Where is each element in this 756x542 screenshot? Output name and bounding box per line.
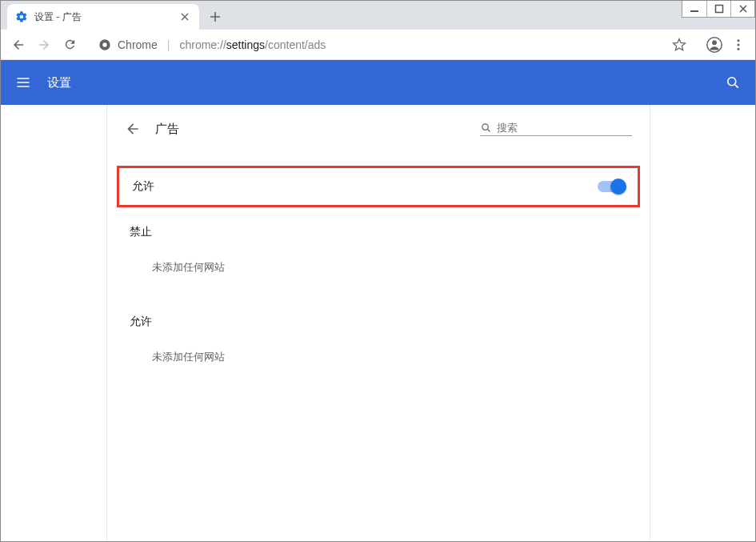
back-button[interactable] — [7, 34, 30, 56]
allow-ads-toggle[interactable] — [598, 181, 625, 192]
in-page-search[interactable] — [480, 122, 632, 136]
block-section-title: 禁止 — [130, 225, 627, 239]
allow-section-title: 允许 — [130, 315, 627, 329]
close-tab-button[interactable] — [178, 10, 191, 23]
svg-point-6 — [738, 39, 740, 42]
toggle-knob — [610, 179, 626, 195]
header-search-button[interactable] — [723, 73, 742, 92]
chrome-icon — [98, 38, 111, 51]
allow-ads-toggle-row: 允许 — [117, 166, 640, 207]
settings-content-card: 广告 允许 禁止 未添加任何网站 允许 未添加任何网站 — [106, 105, 650, 540]
profile-avatar-icon[interactable] — [704, 34, 725, 55]
omnibox-separator: | — [167, 38, 170, 51]
new-tab-button[interactable] — [204, 6, 226, 28]
bookmark-star-icon[interactable] — [672, 38, 686, 52]
content-scroll-area[interactable]: 广告 允许 禁止 未添加任何网站 允许 未添加任何网站 — [2, 105, 754, 540]
settings-header-title: 设置 — [47, 75, 723, 90]
minimize-button[interactable] — [682, 1, 706, 17]
in-page-search-input[interactable] — [497, 122, 632, 134]
browser-toolbar: Chrome | chrome://settings/content/ads — [1, 30, 755, 60]
allow-section: 允许 未添加任何网站 — [107, 297, 650, 364]
close-window-button[interactable] — [730, 1, 754, 17]
allow-ads-toggle-label: 允许 — [132, 179, 598, 194]
page-title: 广告 — [155, 122, 179, 137]
svg-point-5 — [712, 40, 717, 45]
block-section-empty: 未添加任何网站 — [130, 260, 627, 275]
svg-point-8 — [738, 47, 740, 50]
window-controls — [682, 1, 755, 18]
block-section: 禁止 未添加任何网站 — [107, 207, 650, 275]
search-icon — [480, 122, 492, 134]
svg-point-7 — [738, 43, 740, 46]
browser-menu-button[interactable] — [728, 38, 749, 52]
svg-point-3 — [102, 42, 106, 46]
omnibox-url: chrome://settings/content/ads — [179, 38, 326, 51]
page-back-button[interactable] — [125, 121, 141, 137]
page-header-row: 广告 — [107, 105, 650, 145]
tab-strip: 设置 - 广告 — [1, 1, 755, 30]
svg-rect-0 — [690, 10, 698, 12]
omnibox-origin-label: Chrome — [118, 38, 158, 51]
svg-rect-1 — [715, 6, 722, 13]
tab-title: 设置 - 广告 — [34, 10, 172, 24]
forward-button[interactable] — [33, 34, 55, 56]
allow-section-empty: 未添加任何网站 — [130, 350, 627, 364]
maximize-button[interactable] — [706, 1, 730, 17]
browser-tab[interactable]: 设置 - 广告 — [7, 4, 199, 30]
svg-point-10 — [482, 124, 488, 130]
address-bar[interactable]: Chrome | chrome://settings/content/ads — [89, 34, 696, 56]
svg-point-9 — [728, 78, 736, 86]
settings-app-header: 设置 — [1, 60, 755, 105]
hamburger-menu-button[interactable] — [14, 73, 33, 92]
reload-button[interactable] — [58, 34, 81, 56]
gear-icon — [15, 10, 28, 23]
